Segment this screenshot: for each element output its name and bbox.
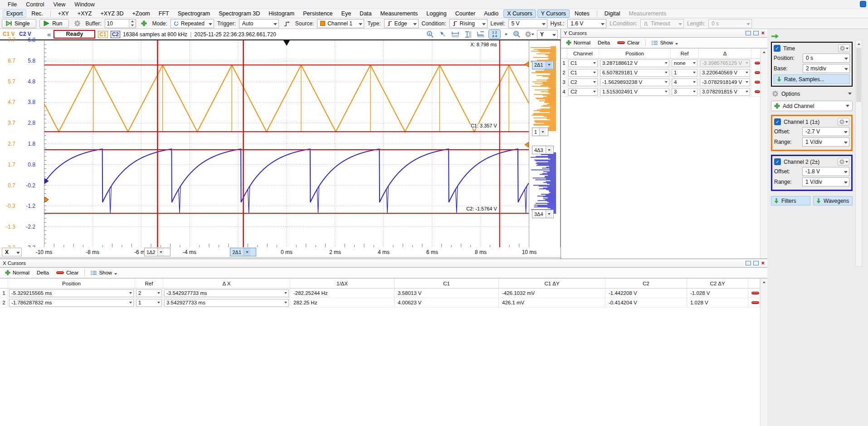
- x-cursor-dx-select[interactable]: -3.542927733 ms: [164, 289, 289, 297]
- x-add-normal-cursor-button[interactable]: Normal: [2, 269, 33, 276]
- time-checkbox[interactable]: ✓: [774, 45, 780, 52]
- channel2-offset-select[interactable]: -1.8 V: [802, 167, 849, 176]
- y-axis-mode-select[interactable]: Y: [537, 30, 558, 39]
- y-cursor-position-select[interactable]: 1.515302491 V: [600, 88, 669, 96]
- tab-measurements[interactable]: Measurements: [625, 10, 670, 18]
- run-button[interactable]: Run: [39, 19, 69, 28]
- y-cursor-handle-1[interactable]: 2Δ1: [532, 61, 554, 69]
- channel2-range-select[interactable]: 1 V/div: [802, 177, 849, 186]
- x-cursor-handle-2[interactable]: 2Δ1: [230, 248, 256, 256]
- handle-dropdown[interactable]: [546, 146, 552, 154]
- y-cursor-delta-select[interactable]: -3.0782918149 V: [700, 78, 750, 86]
- buffer-spinner-arrows[interactable]: [129, 20, 136, 28]
- trigger-level-select[interactable]: 5 V: [508, 19, 547, 28]
- tab-measurements[interactable]: Measurements: [377, 10, 422, 18]
- y-cursor-ref-select[interactable]: 1: [672, 69, 697, 77]
- y-cursor-handle-3[interactable]: 4Δ3: [532, 146, 554, 154]
- tab-data[interactable]: Data: [356, 10, 375, 18]
- y-show-menu-button[interactable]: Show: [649, 39, 681, 46]
- tab--zoom[interactable]: +Zoom: [129, 10, 154, 18]
- handle-dropdown[interactable]: [539, 128, 546, 136]
- expand-right-icon[interactable]: [771, 33, 780, 40]
- y-cursor-delta-select[interactable]: 3.220640569 V: [700, 69, 750, 77]
- waveform-plot[interactable]: X: 8.798 msC1: 3.357 VC2: -1.5764 V: [44, 40, 529, 247]
- x-panel-restore-icon[interactable]: [746, 261, 751, 265]
- zoom-one-icon[interactable]: 1: [425, 30, 435, 39]
- rate-sam ples-button[interactable]: Rate, Samples...: [774, 74, 850, 84]
- app-tray-icon[interactable]: [860, 1, 866, 7]
- add-mode-icon[interactable]: [139, 19, 149, 28]
- x-cursor-dx-select[interactable]: 3.542927733 ms: [164, 299, 289, 307]
- delete-cursor-button[interactable]: [755, 62, 760, 64]
- y-panel-maximize-icon[interactable]: [753, 31, 759, 35]
- y-cursor-channel-select[interactable]: C2: [568, 78, 598, 86]
- filters-button[interactable]: Filters: [771, 196, 810, 206]
- tab--xy[interactable]: +XY: [54, 10, 73, 18]
- y-cursor-position-select[interactable]: 3.287188612 V: [600, 59, 669, 67]
- y-cursor-delta-select[interactable]: 3.078291815 V: [700, 88, 750, 96]
- options-row[interactable]: Options: [772, 90, 852, 97]
- y-panel-close-icon[interactable]: ×: [761, 31, 765, 35]
- delete-cursor-button[interactable]: [755, 81, 760, 83]
- x-cursor-scrollbar[interactable]: [760, 279, 767, 426]
- tab-logging[interactable]: Logging: [423, 10, 450, 18]
- y-cursor-ref-select[interactable]: 4: [672, 78, 697, 86]
- tab-spectrogram-3d[interactable]: Spectrogram 3D: [215, 10, 263, 18]
- channel1-range-select[interactable]: 1 V/div: [802, 137, 849, 147]
- tab-audio[interactable]: Audio: [480, 10, 502, 18]
- y-clear-cursors-button[interactable]: Clear: [614, 39, 643, 46]
- trigger-condition-select[interactable]: Rising: [449, 19, 488, 28]
- pointer-arrow-icon[interactable]: [438, 30, 448, 39]
- x-cursor-ref-select[interactable]: 2: [136, 289, 162, 297]
- x-panel-close-icon[interactable]: ×: [761, 261, 765, 265]
- y-cursor-position-select[interactable]: 6.507829181 V: [600, 69, 669, 77]
- wavegens-button[interactable]: Wavegens: [813, 196, 853, 206]
- tab-eye[interactable]: Eye: [338, 10, 355, 18]
- x-add-delta-cursor-button[interactable]: Delta: [34, 269, 52, 276]
- y-cursor-channel-select[interactable]: C1: [568, 69, 598, 77]
- x-cursor-handle-1[interactable]: 1Δ2: [144, 248, 171, 256]
- tab-histogram[interactable]: Histogram: [265, 10, 298, 18]
- time-position-select[interactable]: 0 s: [803, 54, 850, 63]
- tab-digital[interactable]: Digital: [601, 10, 624, 18]
- tab-export[interactable]: Export: [3, 10, 26, 18]
- tab-fft[interactable]: FFT: [155, 10, 173, 18]
- vertical-ruler-icon[interactable]: [463, 30, 473, 39]
- channel1-checkbox[interactable]: ✓: [774, 118, 781, 125]
- x-cursor-position-select[interactable]: -1.786287832 ms: [9, 299, 134, 307]
- scope-settings-gear-icon[interactable]: [524, 30, 534, 39]
- time-gear-button[interactable]: [838, 44, 850, 52]
- channel2-gear-button[interactable]: [838, 158, 849, 166]
- x-show-menu-button[interactable]: Show: [88, 269, 120, 276]
- time-base-select[interactable]: 2 ms/div: [803, 64, 850, 73]
- y-cursor-channel-select[interactable]: C2: [568, 88, 598, 96]
- view-dropdown-icon[interactable]: [503, 30, 509, 39]
- menu-window[interactable]: Window: [70, 1, 98, 8]
- handle-dropdown[interactable]: [244, 248, 250, 256]
- buffer-spinner[interactable]: 10: [105, 19, 136, 28]
- hysteresis-select[interactable]: 1.6 V: [567, 19, 606, 28]
- y-cursor-position-select[interactable]: -1.5629893238 V: [600, 78, 669, 86]
- tab-counter[interactable]: Counter: [452, 10, 479, 18]
- buffer-gear-icon[interactable]: [72, 19, 82, 28]
- channel2-badge[interactable]: C2: [111, 31, 120, 38]
- x-axis-mode-select[interactable]: X: [2, 248, 22, 256]
- channel1-gear-button[interactable]: [838, 118, 849, 126]
- handle-dropdown[interactable]: [546, 61, 552, 69]
- menu-control[interactable]: Control: [22, 1, 48, 8]
- zoom-overview-icon[interactable]: [512, 30, 522, 39]
- delete-cursor-button[interactable]: [755, 71, 760, 74]
- single-button[interactable]: Single: [2, 19, 36, 28]
- y-add-delta-cursor-button[interactable]: Delta: [595, 39, 613, 46]
- tab-spectrogram[interactable]: Spectrogram: [174, 10, 214, 18]
- tab-notes[interactable]: Notes: [571, 10, 593, 18]
- x-panel-maximize-icon[interactable]: [753, 261, 759, 265]
- x-cursor-position-select[interactable]: -5.329215565 ms: [9, 289, 134, 297]
- add-channel-button[interactable]: Add Channel: [771, 101, 853, 111]
- y-cursor-ref-select[interactable]: 3: [672, 88, 697, 96]
- sidebar-scrollbar[interactable]: [855, 40, 862, 267]
- y-panel-restore-icon[interactable]: [746, 31, 751, 35]
- step-ruler-icon[interactable]: [476, 30, 486, 39]
- y-add-normal-cursor-button[interactable]: Normal: [563, 39, 594, 46]
- mode-select[interactable]: Repeated: [171, 19, 214, 28]
